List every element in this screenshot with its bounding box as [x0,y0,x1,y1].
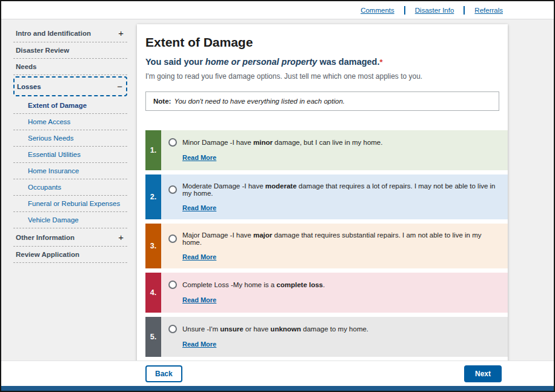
option-5-label: Unsure -I'm unsure or have unknown damag… [182,325,368,333]
nav-link-referrals[interactable]: Referrals [474,7,503,14]
top-nav: Comments Disaster Info Referrals [1,1,554,19]
option-5-radio[interactable] [168,325,177,333]
sidebar-subitem-vehicle-damage[interactable]: Vehicle Damage [13,212,127,228]
option-2-read-more-link[interactable]: Read More [182,204,216,211]
sidebar-subitem-home-insurance[interactable]: Home Insurance [13,163,127,179]
option-2-label: Moderate Damage -I have moderate damage … [182,182,502,197]
option-1-label: Minor Damage -I have minor damage, but I… [182,139,382,146]
option-4: 4. Complete Loss -My home is a complete … [145,273,508,313]
options-list: 1. Minor Damage -I have minor damage, bu… [145,130,508,357]
back-button[interactable]: Back [145,365,182,382]
sidebar-nav: Intro and Identification + Disaster Revi… [13,24,127,263]
option-2-number: 2. [145,174,161,219]
option-1-number: 1. [145,130,161,170]
option-4-label: Complete Loss -My home is a complete los… [182,281,325,288]
nav-separator [404,6,405,15]
option-4-read-more-link[interactable]: Read More [182,296,216,304]
option-4-number: 4. [145,273,161,313]
wizard-footer: Back Next [1,360,554,386]
option-3: 3. Major Damage -I have major damage tha… [145,224,508,268]
main-panel: Extent of Damage You said your home or p… [137,24,508,360]
sidebar-item-disaster-review[interactable]: Disaster Review [13,42,127,59]
option-2-radio[interactable] [168,185,177,194]
minus-icon[interactable]: − [117,82,122,91]
option-2-band: Moderate Damage -I have moderate damage … [161,174,508,219]
next-button[interactable]: Next [464,365,502,382]
option-5-band: Unsure -I'm unsure or have unknown damag… [161,317,508,357]
option-3-label: Major Damage -I have major damage that r… [182,231,502,246]
option-5: 5. Unsure -I'm unsure or have unknown da… [145,317,508,357]
nav-link-disaster-info[interactable]: Disaster Info [415,7,454,14]
note-label: Note: [153,98,171,105]
sidebar-item-intro-and-identification[interactable]: Intro and Identification + [13,24,127,42]
sidebar-subitem-occupants[interactable]: Occupants [13,179,127,196]
sidebar-item-review-application[interactable]: Review Application [13,247,127,263]
option-1: 1. Minor Damage -I have minor damage, bu… [145,130,508,170]
sidebar-item-label: Disaster Review [16,47,69,54]
page-title: Extent of Damage [145,35,499,50]
option-2: 2. Moderate Damage -I have moderate dama… [145,174,508,219]
sidebar-item-label: Review Application [16,251,79,258]
sidebar-item-label: Needs [16,63,37,70]
nav-link-comments[interactable]: Comments [361,7,394,14]
intro-text: I'm going to read you five damage option… [145,72,499,81]
sidebar-subitem-extent-of-damage[interactable]: Extent of Damage [13,98,127,114]
sidebar-subitem-home-access[interactable]: Home Access [13,114,127,130]
sidebar-item-label: Other Information [16,234,75,241]
sidebar-subitem-serious-needs[interactable]: Serious Needs [13,130,127,147]
plus-icon[interactable]: + [118,28,124,38]
option-1-band: Minor Damage -I have minor damage, but I… [161,130,508,170]
sidebar-item-label: Intro and Identification [16,30,91,37]
option-5-number: 5. [145,317,161,357]
bottom-bar [1,386,554,391]
sidebar-item-needs[interactable]: Needs [13,59,127,75]
option-4-radio[interactable] [168,281,177,289]
sidebar-subitem-funeral-or-reburial-expenses[interactable]: Funeral or Reburial Expenses [13,196,127,212]
subtitle: You said your home or personal property … [145,57,499,67]
nav-separator [464,6,465,15]
option-3-read-more-link[interactable]: Read More [182,253,216,261]
plus-icon[interactable]: + [118,233,124,242]
required-asterisk: * [380,58,383,67]
option-3-number: 3. [145,224,161,268]
sidebar-subitem-essential-utilities[interactable]: Essential Utilities [13,147,127,163]
sidebar-item-label: Losses [17,83,41,90]
option-1-radio[interactable] [168,138,177,147]
note-text: You don't need to have everything listed… [172,98,345,105]
option-5-read-more-link[interactable]: Read More [182,341,216,348]
sidebar-item-other-information[interactable]: Other Information + [13,228,127,247]
application-window: Comments Disaster Info Referrals Intro a… [0,0,555,392]
sidebar-item-losses[interactable]: Losses − [13,76,127,96]
option-3-radio[interactable] [168,234,177,243]
content-area: Intro and Identification + Disaster Revi… [1,19,554,360]
note-box: Note: You don't need to have everything … [145,91,499,111]
option-1-read-more-link[interactable]: Read More [182,154,216,161]
option-3-band: Major Damage -I have major damage that r… [161,224,508,268]
option-4-band: Complete Loss -My home is a complete los… [161,273,508,313]
losses-subnav: Extent of Damage Home Access Serious Nee… [13,98,127,228]
